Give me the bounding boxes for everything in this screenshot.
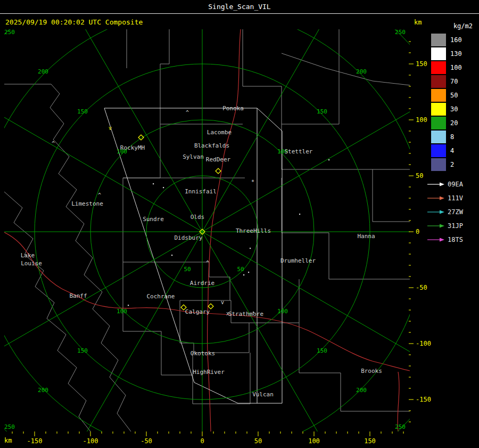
- city-label: Banff: [69, 292, 87, 299]
- axis-label: 0: [416, 228, 419, 235]
- town-dot-marker: [243, 274, 244, 275]
- v-marker: v: [221, 299, 224, 305]
- caret-marker: ^: [52, 141, 55, 146]
- caret-marker: ^: [186, 110, 189, 116]
- colorbar-value: 50: [450, 92, 458, 99]
- radial-grid: [0, 0, 479, 448]
- colorbar-swatch: [431, 34, 446, 46]
- map-canvas[interactable]: 5050100100100100150150150150200200200200…: [0, 0, 479, 448]
- bottom-axis-unit-label: km: [4, 437, 12, 444]
- axis-label: 150: [364, 437, 376, 445]
- town-dot-marker: [253, 312, 254, 313]
- city-label: Blackfalds: [194, 142, 229, 149]
- town-dot-marker: [299, 214, 300, 215]
- radar-site-marker: [216, 168, 221, 174]
- boundary-line: [160, 29, 169, 124]
- boundary-line: [249, 323, 410, 411]
- range-ring-label: 150: [317, 347, 327, 354]
- city-label: Limestone: [71, 200, 103, 207]
- city-label: ThreeHills: [236, 227, 271, 234]
- caret-marker: ^: [206, 260, 209, 266]
- asterisk-marker: *: [251, 179, 254, 185]
- axis-label: 50: [254, 437, 262, 445]
- city-label: Lake: [21, 252, 35, 259]
- colorbar-swatch: [431, 103, 446, 116]
- range-ring-label: 200: [38, 68, 48, 75]
- colorbar-value: 20: [450, 119, 458, 127]
- colorbar-value: 130: [450, 50, 462, 58]
- colorbar-entry: 70: [427, 75, 478, 88]
- colorbar-entry: 130: [427, 47, 478, 60]
- radar-coverage-outline: [104, 108, 282, 403]
- city-label: RedDeer: [206, 156, 231, 163]
- range-ring-label: 150: [77, 347, 88, 354]
- range-ring-label: 150: [317, 108, 327, 115]
- town-dot-marker: [153, 183, 154, 184]
- boundary-line: [4, 192, 90, 431]
- town-dot-marker: [248, 272, 249, 273]
- colorbar-entry: 4: [427, 144, 478, 157]
- range-ring-label: 100: [117, 308, 127, 315]
- colorbar-entry: 2: [427, 158, 478, 171]
- city-label: RockyMH: [120, 144, 145, 151]
- city-label: Strathmore: [228, 311, 263, 317]
- axis-label: 100: [416, 116, 427, 124]
- colorbar-value: 100: [450, 64, 462, 71]
- radar-site-id: 18TS: [448, 236, 463, 243]
- boundary-line: [243, 29, 282, 124]
- radar-site-id: 111V: [448, 194, 463, 202]
- radar-site-id: 31JP: [448, 222, 463, 230]
- axis-label: 50: [416, 172, 423, 180]
- site-arrow-icon: [427, 209, 445, 215]
- range-ring-label: 250: [4, 423, 15, 430]
- colorbar-entry: 30: [427, 102, 478, 116]
- colorbar-unit-label: kg/m2: [427, 22, 478, 31]
- radar-site-legend-item: 09EA: [427, 177, 478, 191]
- highway-line: [398, 372, 399, 431]
- radar-site-legend-item: 31JP: [427, 219, 478, 233]
- radar-site-legend-item: 18TS: [427, 233, 478, 247]
- city-label: Louise: [21, 260, 42, 267]
- radar-site-legend-item: 27ZW: [427, 205, 478, 219]
- city-label: Stettler: [285, 148, 313, 155]
- radar-site-id: 09EA: [448, 181, 463, 188]
- range-ring-label: 250: [4, 29, 15, 36]
- boundary-line: [193, 353, 250, 404]
- colorbar-swatch: [431, 61, 446, 74]
- town-dot-marker: [128, 305, 129, 306]
- colorbar-value: 2: [450, 161, 454, 168]
- axis-label: -100: [416, 340, 431, 347]
- caret-marker: ^: [98, 192, 101, 198]
- colorbar-value: 160: [450, 36, 462, 44]
- colorbar-swatch: [431, 89, 446, 102]
- city-label: HighRiver: [193, 369, 225, 376]
- axis-label: 150: [416, 60, 427, 68]
- city-label: Olds: [191, 214, 205, 221]
- range-ring-label: 250: [395, 423, 406, 430]
- colorbar-entry: 100: [427, 61, 478, 74]
- city-label: Brooks: [361, 368, 382, 374]
- city-label: Cochrane: [147, 293, 175, 300]
- radial-line: [43, 232, 202, 448]
- site-arrow-icon: [427, 237, 445, 243]
- site-arrow-icon: [427, 195, 445, 201]
- range-ring-label: 150: [77, 108, 88, 115]
- colorbar-swatch: [431, 47, 446, 60]
- bottom-axis: -150-100-50050100150: [12, 431, 403, 445]
- city-label: Okotoks: [191, 350, 215, 357]
- window-title: Single_Scan_VIL: [208, 3, 270, 11]
- range-ring-label: 100: [277, 308, 288, 315]
- radial-line: [0, 72, 202, 232]
- range-ring: [0, 0, 479, 448]
- city-labels: PonokaLacombeBlackfaldsSylvanRedDeerStet…: [21, 105, 382, 398]
- range-ring-label: 50: [237, 266, 244, 273]
- radial-line: [43, 0, 202, 232]
- radar-site-id: 27ZW: [448, 208, 463, 216]
- city-label: Calgary: [185, 308, 210, 315]
- range-ring-label: 50: [184, 266, 191, 273]
- colorbar-swatch: [431, 117, 446, 129]
- town-dot-marker: [163, 187, 164, 188]
- colorbar-entry: 50: [427, 88, 478, 102]
- range-ring-label: 200: [356, 387, 367, 394]
- colorbar-swatch: [431, 144, 446, 157]
